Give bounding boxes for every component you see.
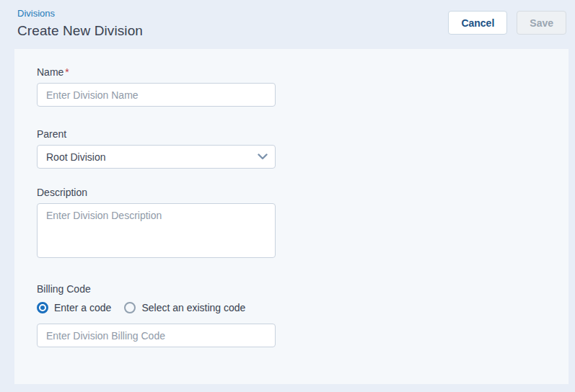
radio-label-select-existing-code: Select an existing code [141,302,245,313]
division-description-textarea[interactable] [37,203,276,258]
parent-field-group: Parent Root Division [37,128,569,169]
billing-code-field-group: Billing Code Enter a code Select an exis… [37,283,569,347]
chevron-down-icon [258,153,268,160]
description-label: Description [37,187,569,199]
radio-unselected-icon[interactable] [124,302,136,313]
name-field-group: Name* [37,66,569,107]
save-button[interactable]: Save [517,11,566,35]
header-titles: Divisions Create New Division [17,6,143,40]
required-asterisk: * [65,66,69,78]
cancel-button[interactable]: Cancel [448,11,507,35]
division-billing-code-input[interactable] [37,324,276,347]
radio-selected-icon[interactable] [37,302,48,313]
page-header: Divisions Create New Division Cancel Sav… [0,0,575,49]
radio-dot [40,306,45,310]
header-actions: Cancel Save [448,11,566,35]
radio-label-enter-a-code: Enter a code [54,302,111,313]
form-panel: Name* Parent Root Division Description B… [14,49,569,384]
page-title: Create New Division [17,21,143,40]
billing-code-label: Billing Code [37,283,569,295]
name-label: Name* [37,66,569,79]
breadcrumb-divisions-link[interactable]: Divisions [17,6,143,21]
division-name-input[interactable] [37,83,276,107]
billing-code-radio-group: Enter a code Select an existing code [37,302,569,313]
parent-division-select[interactable]: Root Division [37,145,276,169]
radio-option-enter-a-code[interactable]: Enter a code [37,302,111,313]
radio-option-select-existing-code[interactable]: Select an existing code [124,302,245,313]
description-field-group: Description [37,187,569,258]
create-division-form: Name* Parent Root Division Description B… [14,49,569,347]
name-label-text: Name [37,66,63,78]
parent-selected-value: Root Division [46,151,105,163]
parent-label: Parent [37,128,569,141]
